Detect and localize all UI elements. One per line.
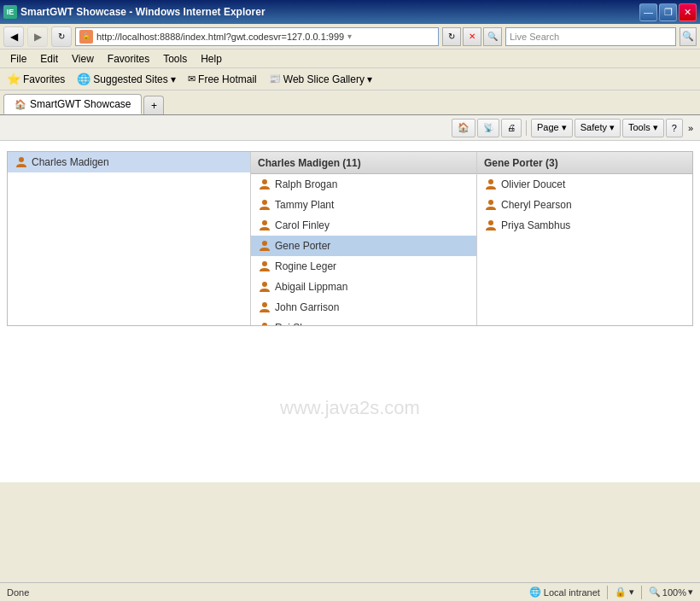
safety-label: Safety ▾ (580, 122, 615, 133)
stop-icon[interactable]: ✕ (463, 27, 481, 46)
star-icon: ⭐ (7, 73, 20, 85)
browser-icon: IE (3, 5, 17, 19)
list-item-carol[interactable]: Carol Finley (251, 215, 476, 236)
person-icon-carol (258, 219, 271, 232)
middle-panel-header: Charles Madigen (11) (251, 152, 476, 174)
menu-bar: File Edit View Favorites Tools Help (0, 50, 700, 68)
item-name: Rogine Leger (275, 260, 336, 272)
svg-point-8 (262, 323, 267, 325)
svg-point-4 (262, 241, 267, 246)
menu-file[interactable]: File (3, 51, 33, 67)
svg-point-10 (488, 179, 493, 184)
svg-point-3 (262, 220, 267, 225)
search-box[interactable]: Live Search (505, 27, 676, 46)
tab-label: SmartGWT Showcase (30, 98, 131, 110)
safety-menu-button[interactable]: Safety ▾ (575, 119, 621, 137)
list-item-olivier[interactable]: Olivier Doucet (477, 174, 692, 195)
favorites-button[interactable]: ⭐ Favorites (3, 71, 68, 87)
left-item-name: Charles Madigen (32, 156, 109, 168)
tools-menu-button[interactable]: Tools ▾ (622, 119, 664, 137)
address-field[interactable]: 🔒 http://localhost:8888/index.html?gwt.c… (75, 27, 439, 46)
zoom-text: 100% (662, 587, 686, 598)
svg-point-7 (262, 302, 267, 307)
security-indicator: 🔒 ▾ (615, 586, 634, 598)
reload-icon[interactable]: ↻ (442, 27, 461, 46)
title-bar-left: IE SmartGWT Showcase - Windows Internet … (3, 5, 265, 19)
status-separator-2 (641, 586, 642, 599)
address-bar: ◀ ▶ ↻ 🔒 http://localhost:8888/index.html… (0, 24, 700, 50)
web-slice-gallery-button[interactable]: 📰 Web Slice Gallery ▾ (265, 72, 376, 87)
list-item-abigail[interactable]: Abigail Lippman (251, 277, 476, 297)
svg-point-12 (488, 220, 493, 225)
menu-tools[interactable]: Tools (156, 51, 194, 67)
person-icon-left (15, 155, 28, 169)
svg-point-5 (262, 261, 267, 266)
menu-edit[interactable]: Edit (33, 51, 65, 67)
refresh-button[interactable]: ↻ (51, 26, 72, 47)
zoom-control[interactable]: 🔍 100% ▾ (649, 586, 693, 598)
status-right: 🌐 Local intranet 🔒 ▾ 🔍 100% ▾ (529, 586, 693, 599)
middle-header-text: Charles Madigen (11) (258, 157, 361, 169)
menu-view[interactable]: View (65, 51, 101, 67)
person-icon-rogine (258, 260, 271, 273)
expand-button[interactable]: » (685, 123, 697, 133)
page-menu-button[interactable]: Page ▾ (531, 119, 573, 137)
main-tab[interactable]: 🏠 SmartGWT Showcase (3, 94, 142, 114)
tab-favicon: 🏠 (15, 99, 26, 110)
window-title: SmartGWT Showcase - Windows Internet Exp… (20, 6, 265, 18)
list-item-john[interactable]: John Garrison (251, 297, 476, 318)
mail-icon: ✉ (188, 73, 195, 85)
back-button[interactable]: ◀ (3, 26, 24, 47)
middle-scroll-area[interactable]: Ralph Brogan Tammy Plant Carol Finley (251, 174, 476, 325)
svg-point-6 (262, 282, 267, 287)
inner-toolbar: 🏠 📡 🖨 Page ▾ Safety ▾ Tools ▾ ? » (0, 115, 700, 141)
list-item-gene[interactable]: Gene Porter (251, 236, 476, 256)
home-inner-button[interactable]: 🏠 (452, 119, 475, 137)
watermark: www.java2s.com (280, 397, 420, 419)
list-item-tammy[interactable]: Tammy Plant (251, 195, 476, 215)
search-submit-button[interactable]: 🔍 (680, 27, 697, 46)
left-panel-item-charles[interactable]: Charles Madigen (8, 152, 250, 172)
search-nav-icon[interactable]: 🔍 (483, 27, 502, 46)
middle-panel: Charles Madigen (11) Ralph Brogan Tammy … (251, 152, 477, 325)
help-button[interactable]: ? (666, 119, 683, 137)
status-separator (607, 586, 608, 599)
new-tab-button[interactable]: + (143, 96, 164, 114)
restore-button[interactable]: ❐ (659, 3, 677, 21)
list-item-priya[interactable]: Priya Sambhus (477, 215, 692, 236)
person-icon-olivier (484, 178, 498, 191)
minimize-button[interactable]: — (639, 3, 657, 21)
url-text[interactable]: http://localhost:8888/index.html?gwt.cod… (96, 32, 344, 42)
print-button[interactable]: 🖨 (501, 119, 522, 137)
tools-label: Tools ▾ (628, 122, 658, 133)
page-label: Page ▾ (537, 122, 567, 133)
toolbar-separator-1 (526, 120, 527, 136)
status-text: Done (7, 587, 529, 598)
list-item-ralph[interactable]: Ralph Brogan (251, 174, 476, 195)
right-panel-header: Gene Porter (3) (477, 152, 692, 174)
item-name: Priya Sambhus (501, 219, 570, 231)
list-item-rogine[interactable]: Rogine Leger (251, 256, 476, 277)
list-item-rui[interactable]: Rui Shu (251, 318, 476, 325)
favorites-label: Favorites (23, 73, 65, 85)
item-name: Rui Shu (275, 322, 312, 325)
hotmail-label: Free Hotmail (198, 73, 257, 85)
suggested-sites-button[interactable]: 🌐 Suggested Sites ▾ (73, 71, 179, 87)
tab-bar: 🏠 SmartGWT Showcase + (0, 90, 700, 114)
person-icon-cheryl (484, 198, 498, 212)
item-name: John Garrison (275, 301, 339, 313)
svg-point-11 (488, 200, 493, 205)
free-hotmail-button[interactable]: ✉ Free Hotmail (184, 72, 260, 87)
globe-status-icon: 🌐 (529, 586, 541, 598)
menu-help[interactable]: Help (194, 51, 229, 67)
globe-icon: 🌐 (77, 73, 90, 85)
rss-button[interactable]: 📡 (477, 119, 499, 137)
menu-favorites[interactable]: Favorites (101, 51, 156, 67)
person-icon-john (258, 300, 271, 314)
close-button[interactable]: ✕ (679, 3, 697, 21)
svg-point-2 (262, 200, 267, 205)
forward-button[interactable]: ▶ (27, 26, 48, 47)
zoom-icon: 🔍 (649, 586, 661, 598)
person-icon-gene (258, 239, 271, 253)
list-item-cheryl[interactable]: Cheryl Pearson (477, 195, 692, 215)
